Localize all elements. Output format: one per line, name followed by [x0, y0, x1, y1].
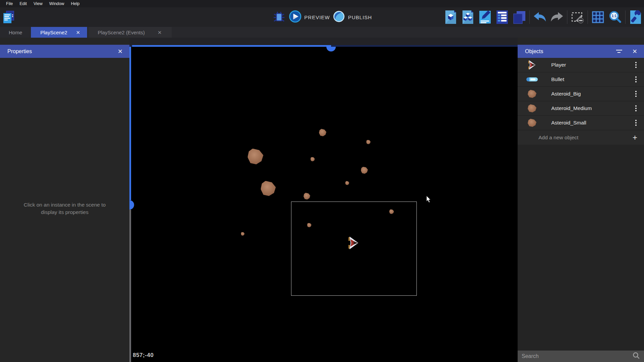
- asteroid-small-instance[interactable]: [366, 140, 371, 144]
- menu-help[interactable]: Help: [68, 0, 83, 7]
- project-manager-icon[interactable]: [2, 9, 16, 25]
- properties-panel-header[interactable]: Properties ✕: [0, 45, 129, 58]
- object-row-asteroid-small[interactable]: Asteroid_Small: [518, 116, 644, 130]
- asteroid-medium-instance[interactable]: [304, 193, 310, 200]
- asteroid-icon: [526, 103, 538, 113]
- asteroid-medium-instance[interactable]: [319, 129, 326, 136]
- tab-home-label: Home: [9, 30, 22, 35]
- preview-label: PREVIEW: [304, 14, 330, 20]
- object-label: Asteroid_Medium: [551, 105, 633, 111]
- objects-panel-header[interactable]: Objects ✕: [518, 45, 644, 58]
- search-input[interactable]: [522, 353, 633, 359]
- tab-playscene2-events[interactable]: PlayScene2 (Events) ✕: [88, 27, 172, 38]
- object-row-bullet[interactable]: Bullet: [518, 72, 644, 87]
- project-settings-icon[interactable]: [629, 9, 643, 25]
- asteroid-big-instance[interactable]: [261, 181, 276, 196]
- gdevelop-window: File Edit View Window Help: [0, 0, 644, 362]
- cursor-coordinates: 857;-40: [133, 352, 154, 359]
- search-icon: [633, 352, 640, 361]
- vertical-scrollbar-thumb[interactable]: [129, 200, 134, 210]
- instances-list-icon[interactable]: [512, 9, 526, 25]
- tab-playscene2-label: PlayScene2: [40, 30, 67, 35]
- tab-playscene2-events-label: PlayScene2 (Events): [98, 30, 145, 35]
- scene-canvas[interactable]: 857;-40: [129, 38, 518, 362]
- objects-panel: Objects ✕ Player: [518, 38, 644, 362]
- menu-window[interactable]: Window: [46, 0, 68, 7]
- object-list: Player Bullet Asteroid_Big Asteroid_Medi…: [518, 58, 644, 351]
- object-label: Asteroid_Big: [551, 91, 633, 97]
- horizontal-scrollbar-fill[interactable]: [132, 45, 331, 47]
- properties-panel: Properties ✕ Click on an instance in the…: [0, 38, 129, 362]
- object-row-player[interactable]: Player: [518, 58, 644, 72]
- object-menu-icon[interactable]: [633, 118, 639, 128]
- toolbar-separator: [529, 10, 530, 24]
- globe-icon: [332, 10, 345, 24]
- capture-region-icon[interactable]: [570, 9, 585, 25]
- preview-button[interactable]: PREVIEW: [289, 10, 330, 24]
- objects-panel-spacer: [518, 38, 644, 45]
- object-groups-icon[interactable]: [461, 9, 475, 25]
- objects-editor-icon[interactable]: [444, 9, 458, 25]
- object-menu-icon[interactable]: [633, 103, 639, 113]
- asteroid-small-instance[interactable]: [345, 181, 349, 185]
- zoom-1-1-icon[interactable]: 1:1: [608, 9, 622, 25]
- toolbar-separator: [625, 10, 626, 24]
- tab-home[interactable]: Home: [0, 27, 31, 38]
- vertical-scrollbar-track[interactable]: [129, 210, 131, 362]
- publish-label: PUBLISH: [348, 14, 372, 20]
- asteroid-small-instance[interactable]: [241, 232, 245, 236]
- objects-panel-title: Objects: [525, 48, 615, 55]
- object-menu-icon[interactable]: [633, 74, 639, 84]
- publish-button[interactable]: PUBLISH: [332, 10, 372, 24]
- plus-icon: +: [633, 134, 637, 142]
- scene-top-strip: [129, 38, 518, 45]
- player-instance[interactable]: [348, 237, 359, 249]
- close-icon[interactable]: ✕: [630, 48, 639, 55]
- tab-bar: Home PlayScene2 ✕ PlayScene2 (Events) ✕: [0, 27, 644, 38]
- filter-icon[interactable]: [615, 48, 623, 54]
- play-icon: [289, 10, 301, 24]
- zoom-ratio-label: 1:1: [612, 14, 617, 18]
- properties-empty-message: Click on an instance in the scene to dis…: [0, 201, 129, 216]
- object-row-asteroid-big[interactable]: Asteroid_Big: [518, 87, 644, 101]
- toolbar: PREVIEW PUBLISH: [0, 7, 644, 27]
- object-menu-icon[interactable]: [633, 60, 639, 70]
- tab-playscene2[interactable]: PlayScene2 ✕: [31, 27, 87, 38]
- undo-icon[interactable]: [533, 9, 547, 25]
- mouse-cursor: [426, 196, 433, 203]
- tab-close-icon[interactable]: ✕: [75, 29, 82, 36]
- object-row-asteroid-medium[interactable]: Asteroid_Medium: [518, 101, 644, 116]
- add-new-object-label: Add a new object: [538, 135, 633, 141]
- tab-close-icon[interactable]: ✕: [156, 29, 163, 36]
- menu-bar: File Edit View Window Help: [0, 0, 644, 7]
- asteroid-icon: [526, 89, 538, 99]
- main-area: Properties ✕ Click on an instance in the…: [0, 38, 644, 362]
- scene-properties-icon[interactable]: [478, 9, 492, 25]
- bullet-icon: [526, 74, 538, 84]
- add-new-object-button[interactable]: Add a new object +: [518, 130, 644, 145]
- menu-file[interactable]: File: [3, 0, 16, 7]
- objects-search-bar: [518, 351, 644, 362]
- layers-list-icon[interactable]: [495, 9, 509, 25]
- toolbar-separator: [567, 10, 567, 24]
- redo-icon[interactable]: [550, 9, 564, 25]
- object-label: Bullet: [551, 76, 633, 82]
- grid-icon[interactable]: [591, 9, 605, 25]
- debug-bug-icon[interactable]: [272, 9, 286, 25]
- object-label: Asteroid_Small: [551, 120, 633, 126]
- menu-view[interactable]: View: [30, 0, 46, 7]
- asteroid-big-instance[interactable]: [248, 149, 264, 165]
- object-label: Player: [551, 62, 633, 68]
- toolbar-separator: [588, 10, 588, 24]
- asteroid-medium-instance[interactable]: [361, 167, 368, 174]
- vertical-scrollbar-fill[interactable]: [129, 47, 131, 200]
- asteroid-small-instance[interactable]: [311, 157, 315, 161]
- asteroid-icon: [526, 118, 538, 128]
- properties-panel-title: Properties: [7, 48, 116, 55]
- close-icon[interactable]: ✕: [116, 48, 125, 55]
- player-ship-icon: [526, 60, 538, 70]
- horizontal-scrollbar-thumb[interactable]: [326, 47, 336, 51]
- menu-edit[interactable]: Edit: [16, 0, 30, 7]
- object-menu-icon[interactable]: [633, 89, 639, 99]
